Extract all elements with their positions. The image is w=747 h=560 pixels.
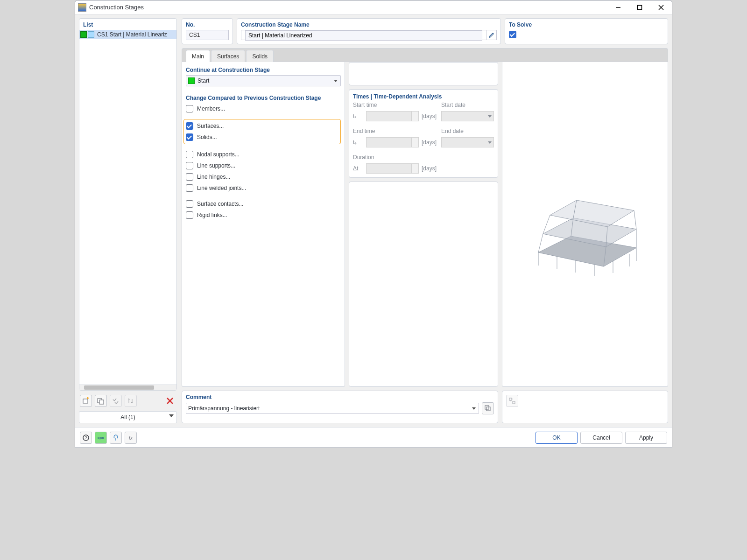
check-members[interactable]: Members...: [186, 103, 341, 114]
tabstrip: Main Surfaces Solids: [182, 48, 668, 62]
te-symbol: tₑ: [353, 139, 363, 146]
units-button[interactable]: 0,00: [95, 432, 107, 444]
close-button[interactable]: [650, 0, 672, 14]
bottom-bar: ? 0,00 fx OK Cancel Apply: [75, 427, 672, 448]
check-rigid-links[interactable]: Rigid links...: [186, 210, 341, 221]
no-panel: No.: [182, 18, 233, 44]
tab-main[interactable]: Main: [186, 50, 210, 62]
to-solve-checkbox[interactable]: [509, 31, 516, 38]
main-middle-column: Times | Time-Dependent Analysis Start ti…: [349, 62, 498, 387]
minimize-button[interactable]: [607, 0, 629, 14]
copy-stage-button[interactable]: [95, 395, 107, 407]
formula-button[interactable]: fx: [125, 432, 137, 444]
start-time-input: [366, 111, 419, 121]
start-time-label: Start time: [353, 102, 419, 108]
days-unit: [days]: [422, 113, 438, 119]
check-surface-contacts[interactable]: Surface contacts...: [186, 198, 341, 210]
filter-combo[interactable]: All (1): [79, 411, 177, 423]
preview-panel: [502, 62, 668, 387]
delete-button[interactable]: [164, 395, 176, 407]
empty-panel-top: [349, 62, 498, 85]
scrollbar-thumb[interactable]: [84, 385, 154, 390]
check-all-button[interactable]: [110, 395, 122, 407]
end-date-input: [441, 137, 494, 147]
check-nodal-supports[interactable]: Nodal supports...: [186, 149, 341, 160]
checkbox[interactable]: [186, 211, 193, 219]
dialog-window: Construction Stages List CS1 Start | Mat…: [75, 0, 672, 448]
right-column: No. Construction Stage Name To Solve: [182, 18, 668, 423]
checkbox[interactable]: [186, 184, 193, 192]
checkbox[interactable]: [186, 105, 193, 112]
check-line-supports[interactable]: Line supports...: [186, 160, 341, 171]
new-stage-button[interactable]: [80, 395, 92, 407]
tab-surfaces[interactable]: Surfaces: [211, 50, 245, 62]
header-row: No. Construction Stage Name To Solve: [182, 18, 668, 44]
help-button[interactable]: ?: [80, 432, 92, 444]
comment-value: Primärspannung - linearisiert: [188, 405, 260, 412]
svg-text:fx: fx: [129, 435, 133, 441]
maximize-button[interactable]: [629, 0, 650, 14]
time-title: Times | Time-Dependent Analysis: [353, 93, 494, 100]
svg-rect-23: [486, 407, 490, 411]
svg-rect-1: [83, 399, 88, 403]
highlight-group: Surfaces... Solids...: [183, 119, 341, 144]
check-surfaces[interactable]: Surfaces...: [186, 120, 338, 132]
no-title: No.: [182, 19, 233, 30]
comment-panel: Comment Primärspannung - linearisiert: [182, 391, 498, 423]
left-column: List CS1 Start | Material Lineariz: [79, 18, 177, 423]
edit-name-button[interactable]: [486, 30, 496, 40]
svg-line-13: [634, 210, 636, 229]
main-left-panel: Continue at Construction Stage Start Cha…: [182, 62, 345, 387]
checkbox[interactable]: [186, 162, 193, 169]
ok-button[interactable]: OK: [536, 432, 578, 444]
days-unit: [days]: [422, 165, 438, 172]
chevron-down-icon: [169, 414, 174, 419]
filter-label: All (1): [120, 414, 135, 420]
chevron-down-icon: [472, 407, 476, 410]
cancel-button[interactable]: Cancel: [580, 432, 622, 444]
settings-button[interactable]: [110, 432, 122, 444]
check-line-welded[interactable]: Line welded joints...: [186, 182, 341, 194]
chevron-down-icon: [334, 80, 338, 82]
end-date-label: End date: [441, 128, 494, 134]
list-title: List: [79, 19, 176, 30]
continue-title: Continue at Construction Stage: [186, 67, 341, 73]
time-panel: Times | Time-Dependent Analysis Start ti…: [349, 89, 498, 178]
svg-rect-3: [99, 400, 104, 404]
svg-line-7: [538, 234, 543, 252]
start-date-input: [441, 111, 494, 121]
structure-preview-icon: [524, 164, 646, 285]
horizontal-scrollbar[interactable]: [79, 385, 176, 390]
check-solids[interactable]: Solids...: [186, 132, 338, 143]
comment-title: Comment: [186, 394, 494, 400]
checkbox[interactable]: [186, 173, 193, 181]
checkbox[interactable]: [186, 200, 193, 208]
svg-text:?: ?: [85, 435, 87, 440]
apply-button[interactable]: Apply: [625, 432, 667, 444]
dialog-body: List CS1 Start | Material Lineariz: [75, 14, 672, 427]
content-grid: Main Surfaces Solids Continue at Constru…: [182, 48, 668, 423]
svg-text:0,00: 0,00: [98, 436, 104, 440]
preview-settings-button[interactable]: [506, 395, 518, 407]
list-item[interactable]: CS1 Start | Material Lineariz: [79, 30, 176, 39]
check-line-hinges[interactable]: Line hinges...: [186, 171, 341, 182]
continue-combo[interactable]: Start: [186, 75, 341, 86]
comment-combo[interactable]: Primärspannung - linearisiert: [186, 403, 479, 414]
name-field[interactable]: [245, 30, 482, 41]
name-title: Construction Stage Name: [237, 19, 500, 30]
checkbox[interactable]: [186, 133, 193, 141]
checkbox[interactable]: [186, 122, 193, 130]
list-body[interactable]: CS1 Start | Material Lineariz: [79, 30, 176, 385]
tab-solids[interactable]: Solids: [246, 50, 274, 62]
duration-input: [366, 163, 419, 174]
reorder-button[interactable]: [125, 395, 137, 407]
list-panel: List CS1 Start | Material Lineariz: [79, 18, 177, 391]
svg-rect-22: [485, 406, 489, 409]
days-unit: [days]: [422, 139, 438, 146]
checkbox[interactable]: [186, 151, 193, 158]
color-swatch-icon: [188, 77, 195, 84]
svg-rect-25: [513, 401, 515, 404]
end-time-input: [366, 137, 419, 147]
comment-library-button[interactable]: [482, 402, 494, 414]
duration-label: Duration: [353, 154, 419, 161]
